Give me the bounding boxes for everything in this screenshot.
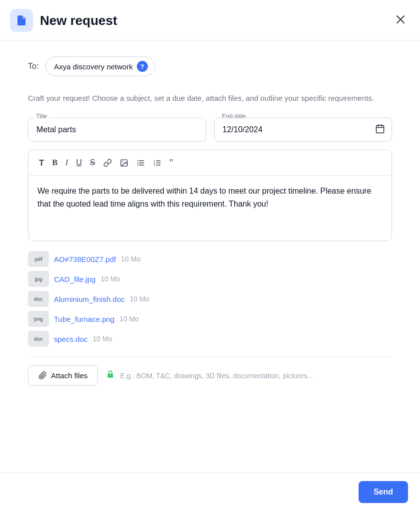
to-label: To: <box>28 62 38 71</box>
link-btn[interactable] <box>100 156 115 170</box>
fields-row: Title End date <box>28 118 392 142</box>
svg-point-16 <box>110 375 111 376</box>
bullet-list-btn[interactable] <box>133 156 148 170</box>
svg-text:3.: 3. <box>153 164 155 166</box>
close-button[interactable] <box>393 12 408 29</box>
text-style-btn[interactable]: T <box>35 156 47 170</box>
file-type-badge: png <box>28 311 49 327</box>
underline-btn[interactable]: U <box>72 156 85 169</box>
header-left: New request <box>10 9 117 32</box>
list-item: pngTube_furnace.png10 Mo <box>28 311 392 327</box>
file-name[interactable]: AO#738E00Z7.pdf <box>54 255 116 263</box>
svg-point-3 <box>137 160 138 161</box>
image-btn[interactable] <box>116 156 132 170</box>
file-size: 10 Mo <box>93 335 112 343</box>
date-wrapper <box>214 118 393 142</box>
file-list: pdfAO#738E00Z7.pdf10 MojpgCAD_file.jpg10… <box>28 251 392 347</box>
help-icon[interactable]: ? <box>137 61 148 72</box>
file-type-badge: jpg <box>28 271 49 287</box>
attach-hint-text: E.g.: BOM, T&C, drawings, 3D files, docu… <box>120 372 313 380</box>
end-date-input[interactable] <box>214 118 393 142</box>
list-item: docAluminium_finish.doc10 Mo <box>28 291 392 307</box>
editor-text[interactable]: We require the parts to be delivered wit… <box>28 176 392 241</box>
file-type-badge: doc <box>28 331 49 347</box>
list-item: pdfAO#738E00Z7.pdf10 Mo <box>28 251 392 267</box>
attach-files-button[interactable]: Attach files <box>28 365 98 386</box>
page-title: New request <box>40 13 117 28</box>
numbered-list-btn[interactable]: 1. 2. 3. <box>149 156 165 170</box>
lock-icon <box>106 370 115 381</box>
list-item: docspecs.doc10 Mo <box>28 331 392 347</box>
dialog-header: New request <box>0 0 420 40</box>
quote-btn[interactable]: " <box>166 155 177 170</box>
italic-btn[interactable]: I <box>62 156 71 169</box>
file-name[interactable]: Tube_furnace.png <box>54 315 114 323</box>
file-name[interactable]: specs.doc <box>54 335 88 343</box>
dialog-footer: Send <box>0 473 420 511</box>
network-chip[interactable]: Axya discovery network ? <box>45 56 155 76</box>
file-size: 10 Mo <box>100 275 120 283</box>
file-type-badge: pdf <box>28 251 49 267</box>
attach-row: Attach files E.g.: BOM, T&C, drawings, 3… <box>28 357 392 390</box>
svg-point-2 <box>122 161 123 162</box>
description-text: Craft your request! Choose a subject, se… <box>28 92 392 104</box>
file-size: 10 Mo <box>121 255 140 263</box>
title-label: Title <box>34 113 49 120</box>
file-name[interactable]: CAD_file.jpg <box>54 275 95 283</box>
file-type-badge: doc <box>28 291 49 307</box>
dialog-content: To: Axya discovery network ? Craft your … <box>0 40 420 402</box>
send-button[interactable]: Send <box>359 481 408 503</box>
network-name: Axya discovery network <box>54 62 133 71</box>
header-icon <box>10 9 33 32</box>
file-size: 10 Mo <box>119 315 139 323</box>
svg-point-5 <box>137 164 138 165</box>
editor-container: T B I U S <box>28 150 392 241</box>
title-field-group: Title <box>28 118 206 142</box>
list-item: jpgCAD_file.jpg10 Mo <box>28 271 392 287</box>
editor-toolbar: T B I U S <box>28 150 392 176</box>
strikethrough-btn[interactable]: S <box>86 156 99 169</box>
svg-rect-0 <box>377 126 384 133</box>
bold-btn[interactable]: B <box>48 156 61 169</box>
end-date-field-group: End date <box>214 118 393 142</box>
to-row: To: Axya discovery network ? <box>28 56 392 76</box>
file-name[interactable]: Aluminium_finish.doc <box>54 295 125 303</box>
calendar-icon <box>375 124 385 136</box>
title-input[interactable] <box>28 118 206 142</box>
file-size: 10 Mo <box>130 295 149 303</box>
svg-point-4 <box>137 162 138 163</box>
attach-hint: E.g.: BOM, T&C, drawings, 3D files, docu… <box>106 370 313 381</box>
